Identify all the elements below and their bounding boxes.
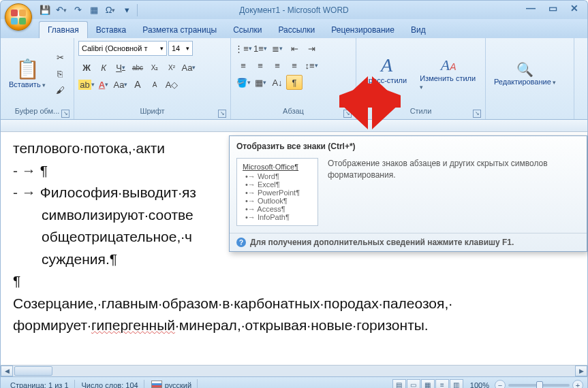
increase-indent-button[interactable]: ⇥ bbox=[303, 41, 320, 56]
editing-button[interactable]: 🔍 Редактирование bbox=[490, 41, 560, 107]
bold-button[interactable]: Ж bbox=[78, 60, 95, 75]
font-launcher[interactable]: ↘ bbox=[218, 110, 226, 118]
statusbar: Страница: 1 из 1 Число слов: 104 русский… bbox=[0, 377, 588, 388]
zoom-in-button[interactable]: + bbox=[572, 380, 583, 389]
redo-icon[interactable]: ↷ bbox=[70, 3, 85, 18]
group-font: Calibri (Основной т▾ 14▾ Ж К Ч abc X₂ X²… bbox=[74, 38, 231, 119]
tab-home[interactable]: Главная bbox=[39, 21, 88, 38]
cut-icon[interactable]: ✂ bbox=[52, 50, 67, 65]
justify-button[interactable]: ≡ bbox=[286, 58, 303, 73]
view-fullscreen[interactable]: ▭ bbox=[407, 379, 420, 389]
horizontal-scrollbar[interactable]: ◀ ▶ bbox=[0, 365, 588, 377]
office-button[interactable] bbox=[5, 3, 32, 31]
font-size-select[interactable]: 14▾ bbox=[168, 41, 193, 56]
group-styles: A пресс-стили AA Изменить стили Стили↘ bbox=[356, 38, 486, 119]
scroll-right-button[interactable]: ▶ bbox=[575, 366, 587, 376]
change-case-button[interactable]: Aa bbox=[112, 77, 129, 92]
copy-icon[interactable]: ⎘ bbox=[52, 67, 67, 82]
sample-item: •→ Outlook¶ bbox=[243, 197, 312, 205]
sample-heading: Microsoft·Office¶ bbox=[243, 163, 312, 171]
shrink-font-button[interactable]: A bbox=[146, 77, 163, 92]
group-editing: 🔍 Редактирование bbox=[486, 38, 574, 119]
save-icon[interactable]: 💾 bbox=[37, 3, 52, 18]
align-right-button[interactable]: ≡ bbox=[269, 58, 285, 73]
align-left-button[interactable]: ≡ bbox=[235, 58, 251, 73]
bullets-button[interactable]: ⋮≡ bbox=[235, 41, 251, 56]
subscript-button[interactable]: X₂ bbox=[146, 60, 163, 75]
text-effects-button[interactable]: Aa bbox=[181, 60, 197, 75]
symbol-icon[interactable]: Ω bbox=[103, 3, 118, 18]
borders-button[interactable]: ▦ bbox=[252, 75, 268, 90]
para-launcher[interactable]: ↘ bbox=[343, 110, 352, 118]
change-styles-button[interactable]: AA Изменить стили bbox=[416, 41, 481, 107]
zoom-track[interactable] bbox=[508, 384, 570, 387]
grow-font-button[interactable]: A bbox=[129, 77, 146, 92]
clipboard-icon: 📋 bbox=[16, 60, 40, 79]
superscript-button[interactable]: X² bbox=[164, 60, 180, 75]
quickprint-icon[interactable]: ▦ bbox=[87, 3, 102, 18]
paste-label: Вставить bbox=[9, 80, 46, 88]
font-name-select[interactable]: Calibri (Основной т▾ bbox=[78, 41, 167, 56]
maximize-button[interactable]: ▭ bbox=[544, 2, 561, 14]
view-print-layout[interactable]: ▤ bbox=[392, 379, 406, 389]
strike-button[interactable]: abc bbox=[129, 60, 146, 75]
undo-icon[interactable]: ↶ bbox=[54, 3, 69, 18]
view-outline[interactable]: ≡ bbox=[435, 379, 449, 389]
doc-line: формирует·гипергенный·минерал,·открывая·… bbox=[13, 314, 575, 337]
quick-styles-button[interactable]: A пресс-стили bbox=[360, 41, 413, 107]
underline-button[interactable]: Ч bbox=[112, 60, 129, 75]
sort-button[interactable]: A↓ bbox=[269, 75, 285, 90]
quick-access-toolbar: 💾 ↶ ↷ ▦ Ω ▾ bbox=[37, 3, 139, 18]
tab-layout[interactable]: Разметка страницы bbox=[134, 22, 225, 38]
tab-references[interactable]: Ссылки bbox=[225, 22, 270, 38]
tab-mailings[interactable]: Рассылки bbox=[270, 22, 323, 38]
show-marks-button[interactable]: ¶ bbox=[286, 75, 303, 90]
align-center-button[interactable]: ≡ bbox=[252, 58, 268, 73]
zoom-out-button[interactable]: − bbox=[495, 380, 506, 389]
tooltip-footer: ? Для получения дополнительных сведений … bbox=[230, 233, 587, 251]
tooltip-title: Отобразить все знаки (Ctrl+*) bbox=[230, 136, 587, 155]
close-button[interactable]: ✕ bbox=[566, 2, 583, 14]
help-icon: ? bbox=[236, 238, 246, 247]
paste-button[interactable]: 📋 Вставить bbox=[5, 41, 50, 107]
italic-button[interactable]: К bbox=[95, 60, 112, 75]
numbering-button[interactable]: 1≡ bbox=[252, 41, 268, 56]
view-web[interactable]: ▦ bbox=[421, 379, 435, 389]
view-buttons: ▤ ▭ ▦ ≡ ▥ bbox=[392, 379, 463, 389]
highlight-button[interactable]: ab bbox=[78, 77, 95, 92]
status-page[interactable]: Страница: 1 из 1 bbox=[5, 380, 75, 389]
multilevel-button[interactable]: ≣ bbox=[269, 41, 285, 56]
editing-label: Редактирование bbox=[494, 78, 556, 86]
sample-item: •→ InfoPath¶ bbox=[243, 213, 312, 221]
shading-button[interactable]: 🪣 bbox=[235, 75, 251, 90]
zoom-level[interactable]: 100% bbox=[470, 381, 489, 389]
styles-launcher[interactable]: ↘ bbox=[473, 110, 481, 118]
ruler[interactable] bbox=[1, 120, 587, 132]
scroll-thumb[interactable] bbox=[14, 366, 52, 376]
font-group-label: Шрифт↘ bbox=[78, 107, 226, 119]
format-painter-icon[interactable]: 🖌 bbox=[52, 83, 67, 98]
clear-format-button[interactable]: A◇ bbox=[164, 77, 180, 92]
status-language[interactable]: русский bbox=[146, 379, 198, 388]
clipboard-launcher[interactable]: ↘ bbox=[61, 110, 69, 118]
styles-icon: A bbox=[381, 56, 392, 75]
status-wordcount[interactable]: Число слов: 104 bbox=[76, 380, 144, 389]
editing-group-label bbox=[490, 107, 570, 119]
minimize-button[interactable]: — bbox=[522, 2, 540, 14]
decrease-indent-button[interactable]: ⇤ bbox=[286, 41, 303, 56]
scroll-left-button[interactable]: ◀ bbox=[1, 366, 13, 376]
titlebar: 💾 ↶ ↷ ▦ Ω ▾ Документ1 - Microsoft WORD —… bbox=[0, 0, 588, 19]
tooltip-sample: Microsoft·Office¶ •→ Word¶ •→ Excel¶ •→ … bbox=[236, 158, 318, 226]
qat-separator bbox=[137, 4, 138, 16]
tab-insert[interactable]: Вставка bbox=[88, 22, 135, 38]
tab-review[interactable]: Рецензирование bbox=[323, 22, 403, 38]
qat-customize-icon[interactable]: ▾ bbox=[119, 3, 134, 18]
font-color-button[interactable]: A bbox=[95, 77, 112, 92]
window-title: Документ1 - Microsoft WORD bbox=[239, 5, 349, 15]
zoom-slider[interactable]: − + bbox=[495, 380, 583, 389]
tab-view[interactable]: Вид bbox=[403, 22, 434, 38]
line-spacing-button[interactable]: ↕≡ bbox=[303, 58, 320, 73]
view-draft[interactable]: ▥ bbox=[450, 379, 463, 389]
tooltip-footer-text: Для получения дополнительных сведений на… bbox=[250, 238, 514, 247]
styles-group-label: Стили↘ bbox=[360, 107, 481, 119]
